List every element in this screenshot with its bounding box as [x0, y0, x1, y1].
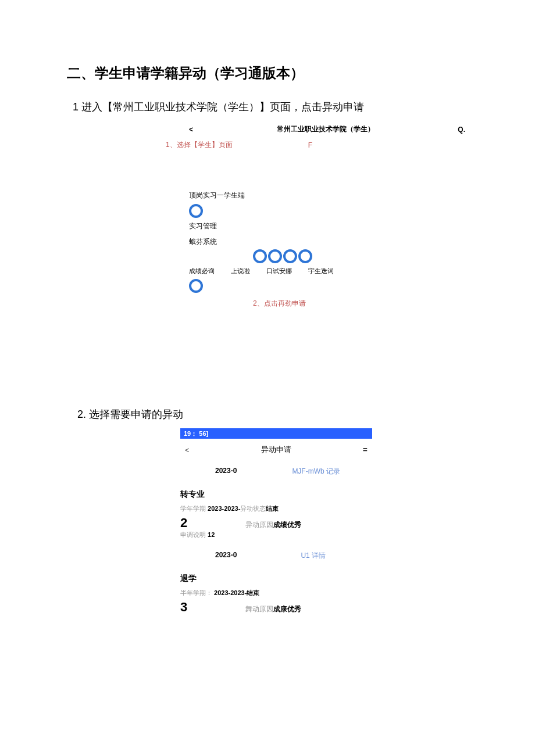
icon-row-2 [253, 249, 468, 263]
reason-row-2: 3 舞动原因成康优秀 [180, 600, 372, 615]
footer-row-1: 2023-0 U1 详情 [180, 546, 372, 565]
tab-current[interactable]: 2023-0 [215, 467, 237, 476]
card-title: 转专业 [180, 489, 372, 500]
card-withdraw[interactable]: 退学 半年学期： 2023-2023-结束 3 舞动原因成康优秀 [180, 565, 372, 619]
section-title-system: 蛾芬系统 [189, 237, 468, 247]
circle-icon[interactable] [298, 249, 312, 263]
icon-row-1 [189, 204, 468, 218]
reason-label-2: 舞动原因 [245, 604, 273, 614]
card-title-2: 退学 [180, 574, 372, 584]
tab-records[interactable]: MJF-mWb 记录 [292, 467, 340, 476]
label-item-2: 上说啦 [231, 267, 250, 275]
desc-label: 申调说明 [180, 531, 206, 538]
section-title-internship: 顶岗实习一学生端 [189, 191, 468, 200]
term-label-2: 半年学期： [180, 589, 212, 596]
search-icon[interactable]: Q. [451, 126, 468, 134]
term-label: 学年学期 [180, 505, 206, 512]
label-item-4: 宇生迭词 [308, 267, 334, 275]
annotation-1-extra: F [308, 141, 312, 149]
app-header-2: < 异动申请 = [180, 439, 372, 461]
meta-term: 学年学期 2023-2023-异动状态结束 [180, 504, 372, 513]
state-value: 结束 [266, 505, 279, 512]
footer-detail-link[interactable]: U1 详情 [301, 551, 326, 561]
reason-row: 2 异动原因成绩优秀 [180, 515, 372, 531]
state-label: 异动状态 [240, 505, 266, 512]
annotation-1-text: 1、选择【学生】页面 [166, 140, 233, 150]
icon-row-3 [189, 279, 468, 293]
menu-icon[interactable]: = [356, 445, 368, 454]
annotation-1: 1、选择【学生】页面 F [166, 140, 468, 150]
reason-value-2: 成康优秀 [273, 604, 301, 614]
label-item-3: 口试安娜 [266, 267, 292, 275]
reason-value: 成绩优秀 [273, 520, 301, 530]
big-number: 2 [180, 515, 187, 531]
step-1-heading: 1 进入【常州工业职业技术学院（学生）】页面，点击异动申请 [73, 100, 468, 114]
circle-icon[interactable] [189, 204, 203, 218]
circle-icon[interactable] [268, 249, 282, 263]
labels-row: 成绩必询 上说啦 口试安娜 宇生迭词 [189, 267, 468, 275]
label-grade-query: 成绩必询 [189, 267, 215, 275]
annotation-2: 2、点击再劲申请 [253, 299, 468, 309]
status-time: 19： 56] [184, 430, 208, 437]
circle-icon[interactable] [283, 249, 297, 263]
screenshot-1: < 常州工业职业技术学院（学生） Q. 1、选择【学生】页面 F 顶岗实习一学生… [189, 124, 468, 309]
term-value: 2023-2023- [208, 505, 240, 512]
reason-label: 异动原因 [245, 520, 273, 530]
label-internship-manage: 实习管理 [189, 221, 468, 231]
page-title: 常州工业职业技术学院（学生） [201, 124, 451, 134]
back-icon[interactable]: < [189, 126, 201, 134]
circle-icon[interactable] [253, 249, 267, 263]
meta-term-2: 半年学期： 2023-2023-结束 [180, 589, 372, 597]
page-title-2: 异动申请 [197, 445, 356, 455]
footer-left: 2023-0 [215, 551, 237, 561]
back-icon[interactable]: < [185, 446, 197, 454]
big-number-2: 3 [180, 600, 187, 615]
card-transfer-major[interactable]: 转专业 学年学期 2023-2023-异动状态结束 2 异动原因成绩优秀 申调说… [180, 481, 372, 546]
desc-value: 12 [208, 531, 215, 538]
desc-row: 申调说明 12 [180, 531, 372, 539]
screenshot-2: 19： 56] < 异动申请 = 2023-0 MJF-mWb 记录 转专业 学… [180, 428, 372, 619]
status-bar: 19： 56] [180, 428, 372, 439]
doc-heading: 二、学生申请学籍异动（学习通版本） [67, 64, 468, 83]
tab-row: 2023-0 MJF-mWb 记录 [180, 461, 372, 481]
app-header: < 常州工业职业技术学院（学生） Q. [189, 124, 468, 134]
step-2-heading: 2. 选择需要申请的异动 [77, 407, 468, 421]
circle-icon[interactable] [189, 279, 203, 293]
term-value-2: 2023-2023-结束 [214, 589, 259, 596]
